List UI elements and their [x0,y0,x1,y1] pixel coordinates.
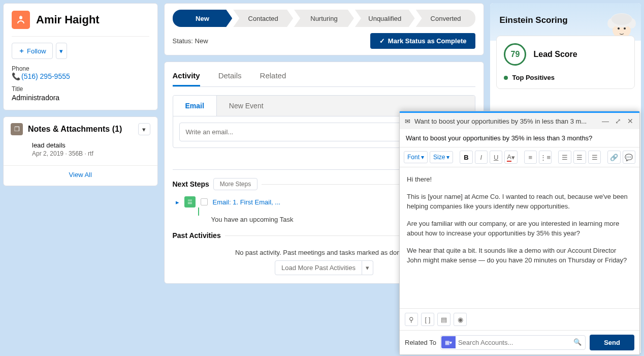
path-step-nurturing[interactable]: Nurturing [294,10,354,27]
insert-merge-button[interactable]: ▤ [437,313,450,326]
composer-title: Want to boost your opportunities by 35% … [414,117,597,125]
path-step-converted[interactable]: Converted [416,10,476,27]
link-button[interactable]: 🔗 [607,151,620,164]
tab-related[interactable]: Related [260,67,286,86]
tab-activity[interactable]: Activity [173,67,200,86]
related-to-label: Related To [405,339,436,346]
positive-dot-icon [504,76,508,80]
status-text: Status: New [173,37,208,45]
related-object-icon[interactable]: ▦▾ [441,336,456,348]
follow-menu-button[interactable]: ▾ [56,43,67,59]
close-icon[interactable]: ✕ [626,117,634,125]
send-button[interactable]: Send [590,335,634,350]
bold-button[interactable]: B [460,151,472,164]
lead-name: Amir Haight [36,13,100,26]
underline-button[interactable]: U [490,151,502,164]
sales-path: New Contacted Nurturing Unqualified Conv… [173,10,476,27]
task-icon: ☰ [184,196,196,207]
subtab-new-event[interactable]: New Event [217,96,276,116]
svg-point-7 [611,14,632,25]
load-more-menu[interactable]: ▾ [362,260,373,275]
view-all-link[interactable]: View All [69,171,92,179]
numbered-list-button[interactable]: ≡ [524,151,537,164]
align-left-button[interactable]: ☰ [558,151,571,164]
envelope-icon: ✉ [405,117,410,125]
more-steps-button[interactable]: More Steps [213,178,257,190]
load-more-button[interactable]: Load More Past Activities [275,260,362,275]
italic-button[interactable]: I [475,151,488,164]
task-link[interactable]: Email: 1. First Email, ... [213,198,281,206]
email-composer-panel: ✉ Want to boost your opportunities by 35… [399,111,640,355]
path-card: New Contacted Nurturing Unqualified Conv… [164,3,485,55]
clear-format-button[interactable]: 💬 [623,151,635,164]
notes-card: ❐ Notes & Attachments (1) ▾ lead details… [3,116,158,186]
path-step-contacted[interactable]: Contacted [233,10,293,27]
related-search-input[interactable] [440,335,586,350]
notes-heading: Notes & Attachments (1) [28,125,133,134]
lead-score-label: Lead Score [533,50,577,59]
note-item[interactable]: lead details Apr 2, 2019 · 356B · rtf [4,137,157,161]
task-checkbox[interactable] [201,198,208,205]
font-select[interactable]: Font ▾ [404,151,428,163]
path-step-new[interactable]: New [173,10,233,27]
subtab-email[interactable]: Email [173,96,217,116]
minimize-icon[interactable]: — [601,117,610,125]
search-icon: 🔍 [573,338,582,346]
align-right-button[interactable]: ☰ [588,151,601,164]
title-label: Title [12,85,149,93]
title-value: Administradora [12,94,149,102]
email-body[interactable]: Hi there! This is [your name] at Acme Co… [400,167,639,308]
expand-icon[interactable]: ▸ [176,198,179,206]
attach-button[interactable]: ⚲ [405,313,418,326]
attachment-icon: ❐ [11,123,23,135]
size-select[interactable]: Size ▾ [430,151,453,163]
lead-icon [12,11,30,29]
lead-header-card: Amir Haight ＋Follow ▾ Phone 📞(516) 295-9… [3,3,158,110]
preview-button[interactable]: ◉ [454,313,467,326]
phone-link[interactable]: 📞(516) 295-9555 [12,72,70,80]
mark-complete-button[interactable]: ✓ Mark Status as Complete [370,33,476,49]
subject-field[interactable]: Want to boost your opportunities by 35% … [400,129,639,147]
tab-details[interactable]: Details [218,67,242,86]
top-positives-row[interactable]: Top Positives [504,74,627,81]
path-step-unqualified[interactable]: Unqualified [355,10,415,27]
lead-score-circle: 79 [504,43,526,66]
expand-icon[interactable]: ⤢ [614,117,622,125]
svg-point-6 [624,27,626,29]
insert-template-button[interactable]: [ ] [421,313,434,326]
notes-menu-button[interactable]: ▾ [138,123,150,135]
align-center-button[interactable]: ☰ [573,151,586,164]
phone-label: Phone [12,65,149,72]
svg-point-5 [618,27,620,29]
format-toolbar: Font ▾ Size ▾ B I U A▾ ≡ ⋮≡ ☰ ☰ ☰ 🔗 💬 [400,147,639,167]
bullet-list-button[interactable]: ⋮≡ [539,151,552,164]
follow-button[interactable]: ＋Follow [12,43,53,59]
text-color-button[interactable]: A▾ [504,151,517,164]
